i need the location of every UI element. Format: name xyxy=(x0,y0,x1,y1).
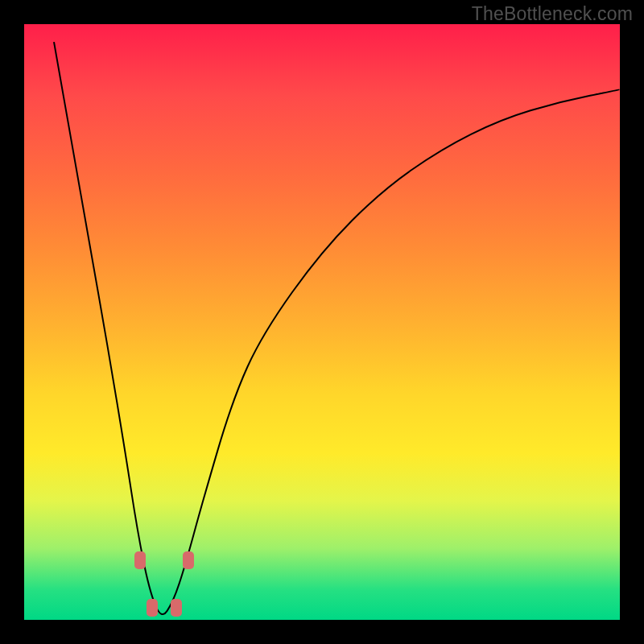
optimal-marker xyxy=(147,599,158,617)
chart-frame xyxy=(0,0,644,644)
frame-border-left xyxy=(0,0,24,644)
optimal-marker xyxy=(134,551,146,569)
frame-border-right xyxy=(620,0,644,644)
optimal-marker xyxy=(183,551,194,569)
watermark-text: TheBottleneck.com xyxy=(472,3,633,25)
gradient-plot-area xyxy=(24,24,620,620)
frame-border-bottom xyxy=(0,620,644,644)
optimal-marker xyxy=(171,599,182,617)
